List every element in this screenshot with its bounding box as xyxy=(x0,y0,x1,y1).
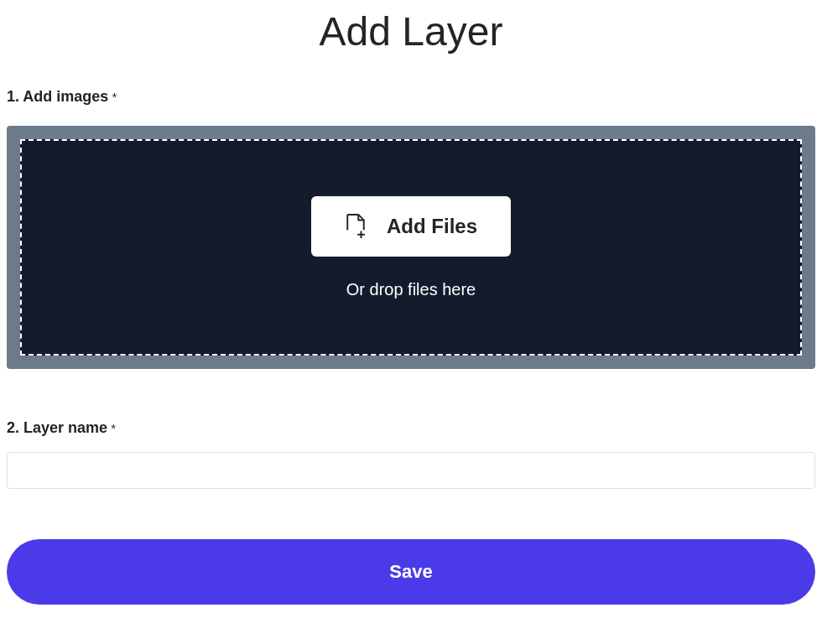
required-asterisk: * xyxy=(107,421,116,435)
add-files-button[interactable]: Add Files xyxy=(311,196,511,257)
add-files-button-label: Add Files xyxy=(387,215,477,238)
file-add-icon xyxy=(345,213,367,240)
layer-name-input[interactable] xyxy=(7,452,815,489)
page-title: Add Layer xyxy=(7,8,815,55)
section-layer-name-label-text: 2. Layer name xyxy=(7,419,107,436)
save-button[interactable]: Save xyxy=(7,539,815,605)
section-layer-name-label: 2. Layer name * xyxy=(7,419,815,437)
drop-hint-text: Or drop files here xyxy=(346,280,476,299)
required-asterisk: * xyxy=(108,90,117,104)
file-dropzone[interactable]: Add Files Or drop files here xyxy=(7,126,815,369)
section-add-images-label: 1. Add images * xyxy=(7,88,815,106)
file-dropzone-inner: Add Files Or drop files here xyxy=(20,139,802,356)
section-add-images-label-text: 1. Add images xyxy=(7,88,108,105)
